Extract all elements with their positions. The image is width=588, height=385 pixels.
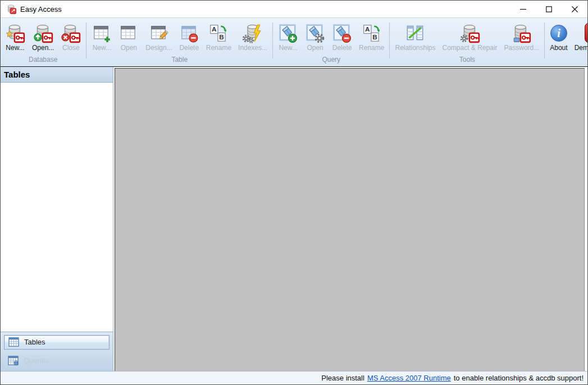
compact-repair-icon <box>460 22 480 43</box>
nav-label: Tables <box>24 338 45 346</box>
tools-password-button[interactable]: Password... <box>501 22 543 52</box>
table-indexes-button[interactable]: Indexes... <box>235 22 271 52</box>
relationships-icon <box>405 22 425 43</box>
close-button[interactable] <box>562 1 587 17</box>
table-rename-button[interactable]: A B Rename <box>203 22 235 52</box>
ribbon-group-help: i About You Tube Demonstration <box>546 18 588 66</box>
svg-text:A: A <box>212 25 217 33</box>
group-label-table: Table <box>88 56 271 66</box>
tables-nav-icon <box>8 337 19 347</box>
maximize-icon <box>546 6 552 12</box>
ribbon-group-tools: Relationships Compact & Repair <box>391 18 543 66</box>
main-wrap <box>113 67 587 371</box>
query-delete-button[interactable]: Delete <box>329 22 355 52</box>
ribbon-group-table: New... Open Design... <box>88 18 271 66</box>
content-area: Tables Tables <box>1 67 587 371</box>
close-icon <box>572 6 578 12</box>
query-open-icon <box>305 22 325 43</box>
svg-text:B: B <box>220 33 224 40</box>
query-open-button[interactable]: Open <box>302 22 329 52</box>
query-new-icon <box>278 22 298 43</box>
app-icon <box>6 4 17 14</box>
rename-icon: A B <box>362 22 382 43</box>
queries-nav-icon <box>8 356 19 365</box>
sidebar-panel-title: Tables <box>1 67 113 83</box>
group-label-query: Query <box>275 56 388 66</box>
button-label: Design... <box>145 44 172 52</box>
database-new-icon <box>5 22 25 43</box>
tools-relationships-button[interactable]: Relationships <box>391 22 439 52</box>
workspace-area <box>115 68 585 371</box>
group-label-database: Database <box>2 56 84 66</box>
database-open-icon <box>33 22 53 43</box>
sidebar-nav: Tables Queries <box>1 332 113 371</box>
group-label-tools: Tools <box>391 56 543 66</box>
svg-text:A: A <box>365 25 370 33</box>
tables-list[interactable] <box>1 83 113 332</box>
button-label: New... <box>279 44 297 52</box>
ribbon-group-database: New... Open... <box>2 18 84 66</box>
app-window: Easy Access <box>0 0 588 385</box>
window-title: Easy Access <box>20 5 62 13</box>
query-delete-icon <box>332 22 352 43</box>
minimize-icon <box>520 6 526 12</box>
button-label: Password... <box>504 44 540 52</box>
button-label: Rename <box>206 44 231 52</box>
button-label: Delete <box>332 44 352 52</box>
ribbon-separator <box>544 22 545 58</box>
youtube-icon: You Tube <box>585 22 588 43</box>
table-design-icon <box>149 22 169 43</box>
ribbon-separator <box>272 22 273 58</box>
button-label: Demonstration <box>575 44 588 52</box>
svg-text:B: B <box>372 33 377 40</box>
sidebar-nav-tables[interactable]: Tables <box>4 335 110 350</box>
button-label: Open... <box>32 44 54 52</box>
password-icon <box>512 22 532 43</box>
button-label: Compact & Repair <box>443 44 498 52</box>
button-label: New... <box>93 44 111 52</box>
ribbon-toolbar: New... Open... <box>1 17 587 67</box>
button-label: About <box>550 44 567 52</box>
about-button[interactable]: i About <box>546 22 571 52</box>
sidebar: Tables Tables <box>1 67 113 371</box>
rename-icon: A B <box>208 22 229 43</box>
button-label: New... <box>6 44 24 52</box>
ribbon-separator <box>86 22 86 58</box>
table-new-icon <box>92 22 112 43</box>
database-close-icon <box>61 22 81 43</box>
button-label: Open <box>121 44 137 52</box>
tools-compact-repair-button[interactable]: Compact & Repair <box>439 22 501 52</box>
database-close-button[interactable]: Close <box>57 22 84 52</box>
demonstration-button[interactable]: You Tube Demonstration <box>571 22 588 52</box>
table-new-button[interactable]: New... <box>88 22 115 52</box>
table-open-button[interactable]: Open <box>115 22 142 52</box>
indexes-icon <box>243 22 263 43</box>
button-label: Delete <box>179 44 199 52</box>
ribbon-group-query: New... Open <box>275 18 388 66</box>
button-label: Rename <box>359 44 384 52</box>
status-text-after: to enable relationships & accdb support! <box>454 374 584 382</box>
button-label: Open <box>307 44 323 52</box>
button-label: Close <box>62 44 80 52</box>
minimize-button[interactable] <box>510 1 536 17</box>
ribbon-separator <box>389 22 390 58</box>
button-label: Indexes... <box>238 44 267 52</box>
maximize-button[interactable] <box>536 1 562 17</box>
database-open-button[interactable]: Open... <box>29 22 57 52</box>
table-open-icon <box>118 22 139 43</box>
sidebar-nav-queries[interactable]: Queries <box>4 354 110 368</box>
table-delete-button[interactable]: Delete <box>176 22 203 52</box>
titlebar: Easy Access <box>1 1 587 17</box>
table-design-button[interactable]: Design... <box>142 22 175 52</box>
ms-access-runtime-link[interactable]: MS Access 2007 Runtime <box>367 374 451 382</box>
nav-label: Queries <box>24 356 49 365</box>
database-new-button[interactable]: New... <box>2 22 29 52</box>
query-new-button[interactable]: New... <box>275 22 302 52</box>
table-delete-icon <box>179 22 199 43</box>
status-text-before: Please install <box>321 374 364 382</box>
about-icon: i <box>550 22 567 43</box>
query-rename-button[interactable]: A B Rename <box>355 22 388 52</box>
statusbar: Please install MS Access 2007 Runtime to… <box>1 371 587 384</box>
button-label: Relationships <box>395 44 435 52</box>
